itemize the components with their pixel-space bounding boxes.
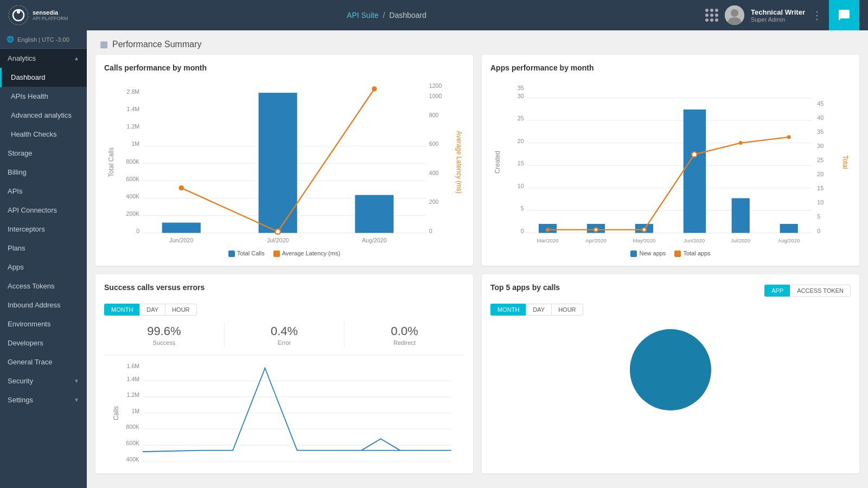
logo-subtitle: API PLATFORM — [33, 16, 68, 21]
calls-chart-legend: Total Calls Average Latency (ms) — [104, 250, 464, 257]
sidebar-item-apps[interactable]: Apps — [0, 258, 87, 277]
legend-total-calls-dot — [228, 251, 235, 257]
filter-day-button[interactable]: DAY — [139, 304, 165, 316]
svg-rect-69 — [684, 110, 706, 233]
svg-text:800K: 800K — [126, 424, 139, 431]
apps-grid-icon[interactable] — [705, 9, 718, 22]
error-label: Error — [225, 339, 344, 346]
top5-card-header: Top 5 apps by calls APP ACCESS TOKEN — [490, 283, 851, 298]
filter-app-button[interactable]: APP — [764, 285, 790, 297]
breadcrumb-link[interactable]: API Suite — [347, 11, 378, 20]
sidebar-item-label: Interceptors — [8, 225, 45, 233]
filter-month-btn2[interactable]: MONTH — [490, 304, 526, 316]
legend-total-apps-label: Total apps — [683, 250, 710, 256]
breadcrumb: API Suite / Dashboard — [347, 11, 426, 20]
sidebar-item-security[interactable]: Security ▼ — [0, 371, 87, 390]
svg-text:1.2M: 1.2M — [127, 123, 140, 130]
success-value: 99.6% — [104, 324, 224, 338]
success-label: Success — [104, 339, 224, 346]
sidebar-item-label: Settings — [8, 396, 33, 404]
svg-text:30: 30 — [817, 143, 824, 149]
svg-text:1.4M: 1.4M — [127, 376, 140, 382]
success-chart-title: Success calls versus errors — [104, 283, 205, 292]
sidebar-item-label: Storage — [8, 149, 33, 157]
svg-text:30: 30 — [518, 93, 524, 99]
sidebar-item-label: Inbound Address — [8, 301, 61, 309]
chat-button[interactable] — [829, 0, 859, 30]
sidebar-item-plans[interactable]: Plans — [0, 239, 87, 258]
success-errors-card: Success calls versus errors MONTH DAY HO… — [95, 274, 473, 473]
sidebar-item-settings[interactable]: Settings ▼ — [0, 390, 87, 409]
redirect-value: 0.0% — [344, 324, 464, 338]
sidebar-item-billing[interactable]: Billing — [0, 163, 87, 182]
sidebar-item-label: Advanced analytics — [11, 111, 72, 119]
redirect-label: Redirect — [344, 339, 464, 346]
svg-point-0 — [9, 5, 28, 25]
legend-new-apps-label: New apps — [639, 250, 666, 256]
pie-chart-svg — [616, 316, 725, 413]
logo-name: sensedia — [33, 9, 68, 16]
sidebar-item-developers[interactable]: Developers — [0, 333, 87, 352]
sidebar-item-apis-health[interactable]: APIs Health — [0, 87, 87, 106]
svg-text:35: 35 — [518, 85, 524, 91]
logo-area: sensedia API PLATFORM — [9, 5, 68, 25]
sidebar-item-label: Dashboard — [11, 73, 46, 81]
svg-text:10: 10 — [518, 183, 524, 189]
sidebar-item-label: General Trace — [8, 358, 52, 366]
filter-day-btn2[interactable]: DAY — [526, 304, 551, 316]
filter-month-button[interactable]: MONTH — [104, 304, 139, 316]
filter-hour-btn2[interactable]: HOUR — [551, 304, 583, 316]
calls-chart-container: Total Calls Average Latency (ms) 0 200K … — [104, 79, 464, 246]
svg-text:Jun/2020: Jun/2020 — [684, 237, 705, 243]
error-value: 0.4% — [225, 324, 344, 338]
svg-text:Aug/2020: Aug/2020 — [778, 237, 800, 243]
globe-icon: 🌐 — [7, 36, 14, 43]
top5-type-group: APP ACCESS TOKEN — [764, 285, 851, 297]
top5-time-group: MONTH DAY HOUR — [490, 304, 583, 316]
svg-point-35 — [372, 86, 376, 91]
sidebar-item-inbound-address[interactable]: Inbound Address — [0, 296, 87, 314]
sidebar-item-environments[interactable]: Environments — [0, 314, 87, 333]
sidebar-item-access-tokens[interactable]: Access Tokens — [0, 277, 87, 296]
svg-text:15: 15 — [518, 160, 524, 166]
svg-text:1.6M: 1.6M — [127, 363, 140, 369]
svg-text:20: 20 — [518, 138, 524, 144]
svg-text:1000: 1000 — [429, 93, 442, 99]
calls-chart-svg: Total Calls Average Latency (ms) 0 200K … — [104, 79, 464, 246]
sidebar-item-label: APIs Health — [11, 92, 48, 100]
sidebar-item-analytics[interactable]: Analytics ▲ — [0, 49, 87, 68]
sidebar-item-dashboard[interactable]: Dashboard — [0, 68, 87, 87]
sidebar-item-interceptors[interactable]: Interceptors — [0, 220, 87, 239]
sidebar-item-health-checks[interactable]: Health Checks — [0, 125, 87, 144]
filter-access-token-button[interactable]: ACCESS TOKEN — [790, 285, 851, 297]
sidebar-item-label: Developers — [8, 339, 43, 347]
user-name: Technical Writer — [751, 8, 805, 16]
filter-hour-button[interactable]: HOUR — [165, 304, 196, 316]
svg-point-98 — [630, 329, 711, 410]
svg-text:200K: 200K — [126, 210, 139, 217]
svg-text:Aug/2020: Aug/2020 — [362, 237, 387, 243]
chevron-up-icon: ▲ — [74, 55, 79, 61]
svg-text:Jul/2020: Jul/2020 — [731, 237, 750, 243]
user-role: Super Admin — [751, 16, 805, 23]
sidebar-item-apis[interactable]: APIs — [0, 182, 87, 201]
svg-rect-71 — [780, 224, 798, 233]
svg-rect-32 — [355, 195, 393, 233]
sidebar-item-general-trace[interactable]: General Trace — [0, 352, 87, 371]
legend-latency-label: Average Latency (ms) — [282, 250, 340, 256]
sidebar-item-storage[interactable]: Storage — [0, 144, 87, 163]
svg-text:1M: 1M — [131, 140, 139, 147]
user-menu-button[interactable]: ⋮ — [812, 9, 822, 22]
legend-total-calls-label: Total Calls — [237, 250, 265, 256]
svg-text:25: 25 — [518, 115, 524, 121]
sidebar-item-label: Access Tokens — [8, 282, 54, 290]
page-title: Performance Summary — [112, 40, 202, 49]
sidebar-item-advanced-analytics[interactable]: Advanced analytics — [0, 106, 87, 125]
sidebar-item-api-connectors[interactable]: API Connectors — [0, 201, 87, 220]
svg-text:Average Latency (ms): Average Latency (ms) — [455, 131, 463, 194]
success-card-header: Success calls versus errors — [104, 283, 464, 298]
app-header: sensedia API PLATFORM API Suite / Dashbo… — [0, 0, 868, 30]
calls-chart-title: Calls performance by month — [104, 63, 464, 72]
sidebar-item-label: Analytics — [8, 54, 36, 62]
language-selector[interactable]: 🌐 English | UTC -3:00 — [0, 30, 87, 49]
